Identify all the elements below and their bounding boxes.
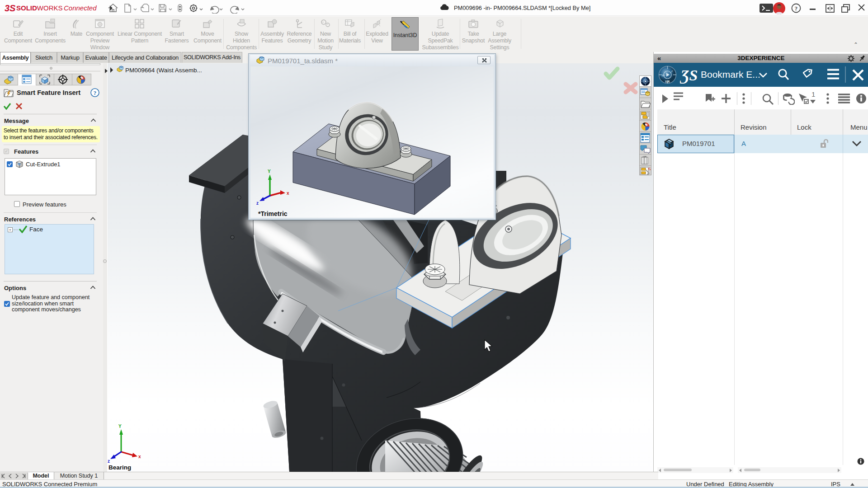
svg-text:?: ? — [94, 89, 97, 96]
svg-text:3D: 3D — [661, 74, 665, 77]
svg-text:z: z — [108, 459, 110, 464]
svg-text:x: x — [138, 454, 141, 459]
svg-text:Y: Y — [268, 169, 271, 174]
svg-text:x: x — [287, 191, 289, 196]
svg-text:*Trimetric: *Trimetric — [258, 210, 288, 217]
svg-text:Y: Y — [118, 424, 122, 429]
svg-text:3S: 3S — [5, 3, 16, 13]
svg-text:V.R: V.R — [665, 80, 670, 83]
svg-text:ƷS: ƷS — [680, 67, 698, 84]
svg-text:PM009664 (Waist Assemb...: PM009664 (Waist Assemb... — [125, 67, 202, 74]
svg-text:z: z — [256, 201, 259, 206]
svg-text:?: ? — [795, 5, 798, 12]
svg-text:SOLIDWORKS: SOLIDWORKS — [16, 4, 63, 12]
svg-text:Connected: Connected — [64, 4, 97, 12]
svg-text:Bearing: Bearing — [108, 464, 131, 471]
